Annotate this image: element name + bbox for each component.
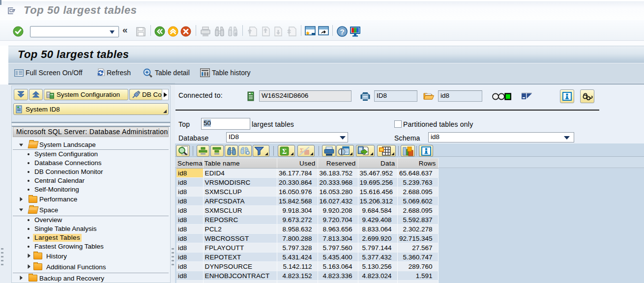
svg-text:?: ? (340, 28, 344, 36)
svg-text:Σ: Σ (282, 148, 287, 155)
